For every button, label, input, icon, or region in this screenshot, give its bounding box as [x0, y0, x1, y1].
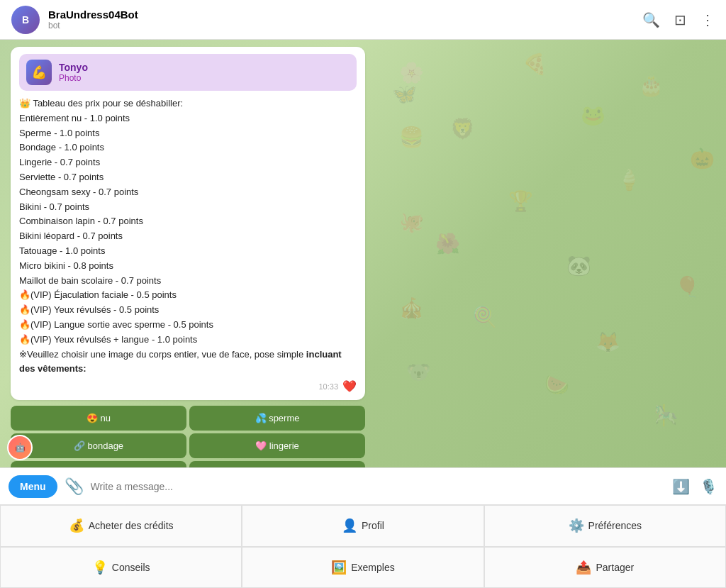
user-avatar-overlay: 🤖: [7, 435, 33, 460]
header-actions: 🔍 ⊡ ⋮: [642, 11, 715, 28]
nav-exemples[interactable]: 🖼️ Exemples: [242, 547, 484, 589]
btn-bondage[interactable]: 🔗 bondage: [11, 433, 186, 458]
nav-partager[interactable]: 📤 Partager: [484, 547, 726, 589]
attach-icon[interactable]: 📎: [65, 477, 84, 496]
btn-lingerie[interactable]: 🩷 lingerie: [189, 433, 365, 458]
bottom-nav: 💰 Acheter des crédits 👤 Profil ⚙️ Préfér…: [0, 504, 726, 588]
layout-icon[interactable]: ⊡: [674, 11, 686, 28]
bot-subtitle: bot: [48, 21, 634, 30]
conseils-icon: 💡: [92, 560, 108, 575]
message-text: 👑 Tableau des prix pour se déshabiller: …: [19, 96, 357, 377]
search-icon[interactable]: 🔍: [642, 11, 660, 28]
message-bubble: 💪 Tonyo Photo 👑 Tableau des prix pour se…: [11, 47, 365, 400]
nav-credits-label: Acheter des crédits: [89, 520, 174, 531]
credits-icon: 💰: [69, 518, 84, 533]
bot-name: BraUndress04Bot: [48, 9, 634, 21]
nav-conseils[interactable]: 💡 Conseils: [0, 547, 242, 589]
message-input[interactable]: [91, 481, 665, 492]
btn-sperme[interactable]: 💦 sperme: [189, 406, 365, 431]
exemples-icon: 🖼️: [331, 560, 347, 575]
sender-name: Tonyo: [59, 62, 88, 73]
message-sender-header: 💪 Tonyo Photo: [19, 54, 357, 91]
message-time: 10:33: [318, 382, 338, 391]
mic-icon[interactable]: 🎙️: [700, 478, 717, 495]
nav-exemples-label: Exemples: [351, 562, 394, 573]
preferences-icon: ⚙️: [569, 518, 584, 533]
input-actions: ⬇️ 🎙️: [672, 478, 717, 495]
partager-icon: 📤: [576, 560, 591, 575]
header-info: BraUndress04Bot bot: [48, 9, 634, 30]
nav-credits[interactable]: 💰 Acheter des crédits: [0, 505, 242, 547]
sender-avatar: 💪: [26, 60, 52, 85]
nav-preferences-label: Préférences: [588, 520, 642, 531]
chat-button-grid: 😍 nu 💦 sperme 🔗 bondage 🩷 lingerie 🛁 ser…: [11, 406, 365, 467]
nav-profil-label: Profil: [362, 520, 384, 531]
message-footer: 10:33 ❤️: [19, 379, 357, 393]
heart-icon[interactable]: ❤️: [342, 379, 357, 393]
nav-preferences[interactable]: ⚙️ Préférences: [484, 505, 726, 547]
input-bar: Menu 📎 ⬇️ 🎙️: [0, 467, 726, 504]
chat-header: B BraUndress04Bot bot 🔍 ⊡ ⋮: [0, 0, 726, 40]
menu-button[interactable]: Menu: [9, 475, 57, 498]
nav-conseils-label: Conseils: [112, 562, 150, 573]
user-avatar: 🤖: [7, 435, 33, 460]
message-container: 💪 Tonyo Photo 👑 Tableau des prix pour se…: [11, 47, 715, 467]
profil-icon: 👤: [342, 518, 357, 533]
expand-icon[interactable]: ⬇️: [672, 478, 690, 495]
btn-serviette[interactable]: 🛁 serviette de bain: [11, 461, 186, 467]
nav-partager-label: Partager: [596, 562, 634, 573]
chat-area: 🌸 🍕 🎂 🦁 🐸 🎃 🏆 🍦 🌺 🐼 🎈 🍭 🦊 🐨 🍉 🎠 🦋 🐙 🍔 🎪 …: [0, 40, 726, 467]
btn-maillot[interactable]: 🆕 🩱 Maillot de bain scolaire: [189, 461, 365, 467]
btn-nu[interactable]: 😍 nu: [11, 406, 186, 431]
sender-info: Tonyo Photo: [59, 62, 88, 83]
more-icon[interactable]: ⋮: [700, 11, 715, 28]
nav-profil[interactable]: 👤 Profil: [242, 505, 484, 547]
bot-avatar: B: [11, 6, 40, 34]
sender-type: Photo: [59, 73, 88, 83]
